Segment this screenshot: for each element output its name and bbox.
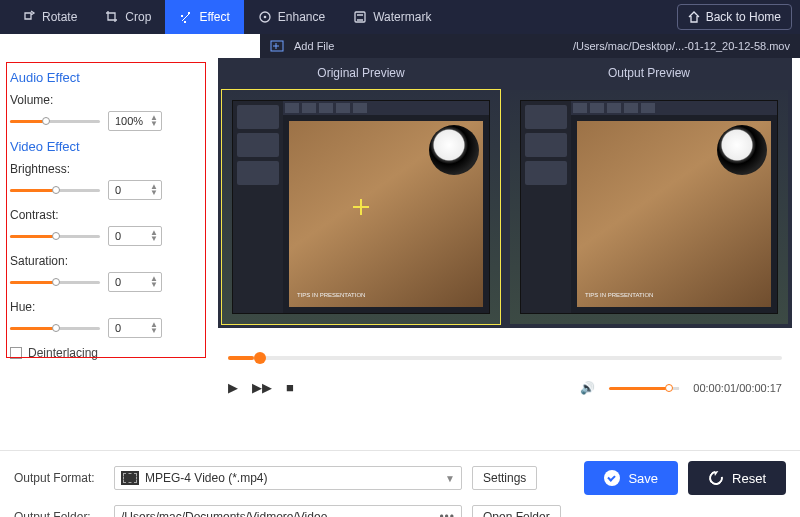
format-icon [121, 471, 139, 485]
settings-button[interactable]: Settings [472, 466, 537, 490]
timeline-slider[interactable] [228, 356, 782, 360]
enhance-icon [258, 10, 272, 24]
fast-forward-button[interactable]: ▶▶ [252, 380, 272, 395]
save-button[interactable]: Save [584, 461, 678, 495]
volume-icon[interactable]: 🔊 [580, 381, 595, 395]
bottom-bar: Output Format: MPEG-4 Video (*.mp4) ▼ Se… [0, 450, 800, 517]
back-label: Back to Home [706, 10, 781, 24]
tab-effect-label: Effect [199, 10, 229, 24]
effect-sidebar: Audio Effect Volume: 100% ▲▼ Video Effec… [0, 58, 218, 450]
brightness-slider[interactable] [10, 183, 100, 197]
output-format-select[interactable]: MPEG-4 Video (*.mp4) ▼ [114, 466, 462, 490]
hue-value: 0 [115, 322, 121, 334]
tab-enhance-label: Enhance [278, 10, 325, 24]
tab-effect[interactable]: Effect [165, 0, 243, 34]
slide-text: TIPS IN PRESENTATION [297, 291, 365, 299]
file-bar: Add File /Users/mac/Desktop/...-01-12_20… [260, 34, 800, 58]
back-to-home-button[interactable]: Back to Home [677, 4, 792, 30]
stepper-icon[interactable]: ▲▼ [150, 276, 158, 288]
chevron-down-icon: ▼ [445, 473, 455, 484]
addfile-button[interactable]: Add File [294, 40, 334, 52]
time-display: 00:00:01/00:00:17 [693, 382, 782, 394]
deinterlacing-checkbox[interactable] [10, 347, 22, 359]
volume-slider[interactable] [10, 114, 100, 128]
output-folder-path[interactable]: /Users/mac/Documents/Vidmore/Video ••• [114, 505, 462, 517]
tab-rotate[interactable]: Rotate [8, 0, 91, 34]
rotate-icon [22, 10, 36, 24]
hue-label: Hue: [10, 300, 214, 314]
stepper-icon[interactable]: ▲▼ [150, 230, 158, 242]
saturation-input[interactable]: 0▲▼ [108, 272, 162, 292]
preview-pane: Original Preview TIPS IN PRESENTATION Ou… [218, 58, 800, 450]
browse-icon[interactable]: ••• [439, 510, 455, 517]
reset-label: Reset [732, 471, 766, 486]
volume-value: 100% [115, 115, 143, 127]
output-preview-label: Output Preview [506, 58, 792, 90]
brightness-label: Brightness: [10, 162, 214, 176]
open-folder-button[interactable]: Open Folder [472, 505, 561, 517]
reset-icon [708, 470, 724, 486]
tab-rotate-label: Rotate [42, 10, 77, 24]
volume-input[interactable]: 100% ▲▼ [108, 111, 162, 131]
watermark-icon [353, 10, 367, 24]
save-label: Save [628, 471, 658, 486]
contrast-value: 0 [115, 230, 121, 242]
video-effect-title: Video Effect [10, 139, 214, 154]
playback-volume-slider[interactable] [609, 382, 679, 394]
contrast-slider[interactable] [10, 229, 100, 243]
saturation-slider[interactable] [10, 275, 100, 289]
effect-icon [179, 10, 193, 24]
brightness-value: 0 [115, 184, 121, 196]
svg-point-1 [264, 16, 267, 19]
output-format-label: Output Format: [14, 471, 104, 485]
stepper-icon[interactable]: ▲▼ [150, 322, 158, 334]
brightness-input[interactable]: 0▲▼ [108, 180, 162, 200]
volume-label: Volume: [10, 93, 214, 107]
crop-icon [105, 10, 119, 24]
crosshair-icon [353, 199, 369, 215]
stepper-icon[interactable]: ▲▼ [150, 115, 158, 127]
output-folder-value: /Users/mac/Documents/Vidmore/Video [121, 510, 327, 517]
deinterlacing-label: Deinterlacing [28, 346, 98, 360]
output-preview: TIPS IN PRESENTATION [510, 90, 788, 324]
audio-effect-title: Audio Effect [10, 70, 214, 85]
top-toolbar: Rotate Crop Effect Enhance Watermark Bac… [0, 0, 800, 34]
addfile-icon [270, 40, 284, 52]
tab-crop[interactable]: Crop [91, 0, 165, 34]
tab-watermark-label: Watermark [373, 10, 431, 24]
slide-text: TIPS IN PRESENTATION [585, 291, 653, 299]
home-icon [688, 11, 700, 23]
tab-crop-label: Crop [125, 10, 151, 24]
output-format-value: MPEG-4 Video (*.mp4) [145, 471, 268, 485]
saturation-value: 0 [115, 276, 121, 288]
reset-button[interactable]: Reset [688, 461, 786, 495]
stepper-icon[interactable]: ▲▼ [150, 184, 158, 196]
current-file-path: /Users/mac/Desktop/...-01-12_20-12-58.mo… [573, 40, 790, 52]
original-preview[interactable]: TIPS IN PRESENTATION [222, 90, 500, 324]
contrast-input[interactable]: 0▲▼ [108, 226, 162, 246]
check-icon [604, 470, 620, 486]
stop-button[interactable]: ■ [286, 380, 294, 395]
hue-slider[interactable] [10, 321, 100, 335]
contrast-label: Contrast: [10, 208, 214, 222]
tab-watermark[interactable]: Watermark [339, 0, 445, 34]
hue-input[interactable]: 0▲▼ [108, 318, 162, 338]
original-preview-label: Original Preview [218, 58, 504, 90]
play-button[interactable]: ▶ [228, 380, 238, 395]
saturation-label: Saturation: [10, 254, 214, 268]
output-folder-label: Output Folder: [14, 510, 104, 517]
tab-enhance[interactable]: Enhance [244, 0, 339, 34]
